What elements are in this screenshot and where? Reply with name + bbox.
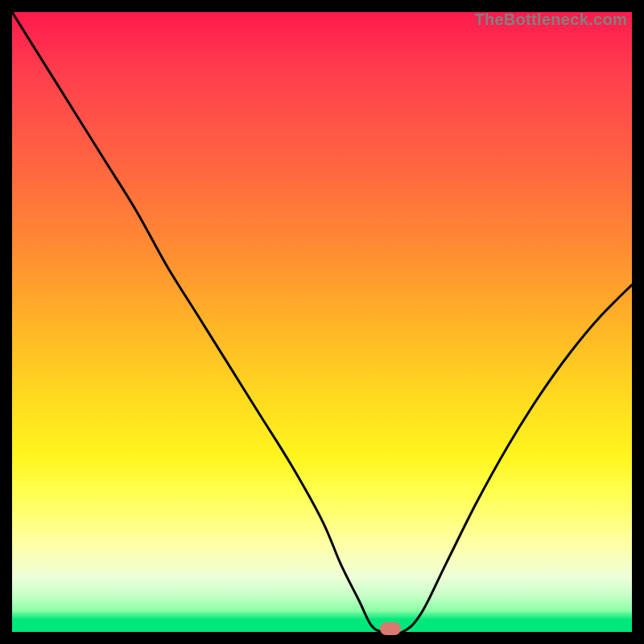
chart-frame: TheBottleneck.com	[0, 0, 644, 644]
plot-area: TheBottleneck.com	[12, 12, 632, 632]
bottleneck-curve	[12, 12, 632, 632]
optimal-point-marker	[380, 622, 401, 635]
